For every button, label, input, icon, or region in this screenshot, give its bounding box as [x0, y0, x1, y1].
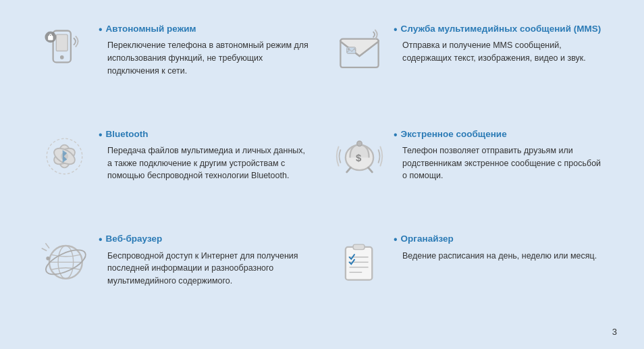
svg-point-6	[348, 48, 350, 50]
desc-bluetooth: Передача файлов мультимедиа и личных дан…	[99, 144, 308, 182]
icon-phone-auto	[34, 23, 95, 76]
bullet-browser: •	[99, 233, 103, 246]
feature-mms: • Служба мультимедийных сообщений (MMS) …	[322, 14, 617, 119]
title-emergency: Экстренное сообщение	[401, 128, 507, 140]
svg-point-2	[59, 55, 63, 59]
desc-auto-mode: Переключение телефона в автономный режим…	[99, 39, 308, 77]
svg-rect-1	[56, 34, 68, 51]
bullet-title-mms: • Служба мультимедийных сообщений (MMS)	[394, 23, 603, 36]
bullet-bluetooth: •	[99, 128, 103, 141]
title-browser: Веб-браузер	[106, 233, 163, 245]
svg-rect-24	[345, 247, 371, 280]
bullet-title-emergency: • Экстренное сообщение	[394, 128, 603, 141]
desc-mms: Отправка и получение MMS сообщений, соде…	[394, 39, 603, 65]
svg-rect-25	[353, 244, 365, 250]
text-area-auto-mode: • Автономный режим Переключение телефона…	[95, 23, 308, 77]
bullet-auto-mode: •	[99, 23, 103, 36]
text-area-mms: • Служба мультимедийных сообщений (MMS) …	[390, 23, 603, 65]
feature-auto-mode: • Автономный режим Переключение телефона…	[27, 14, 322, 119]
title-mms: Служба мультимедийных сообщений (MMS)	[401, 23, 601, 35]
text-area-organizer: • Органайзер Ведение расписания на день,…	[390, 233, 603, 262]
text-area-browser: • Веб-браузер Беспроводной доступ к Инте…	[95, 233, 308, 287]
svg-line-13	[346, 167, 350, 172]
svg-text:$: $	[355, 152, 361, 163]
icon-organizer	[329, 233, 390, 286]
svg-rect-4	[48, 36, 53, 41]
text-area-emergency: • Экстренное сообщение Телефон позволяет…	[390, 128, 603, 182]
content-grid: • Автономный режим Переключение телефона…	[27, 14, 617, 329]
bullet-title-organizer: • Органайзер	[394, 233, 603, 246]
svg-line-22	[45, 244, 49, 249]
title-organizer: Органайзер	[401, 233, 454, 245]
desc-browser: Беспроводной доступ к Интернет для получ…	[99, 250, 308, 288]
feature-emergency: $ • Экстренное сообщение Телефон позволя…	[322, 119, 617, 224]
svg-line-23	[41, 248, 47, 251]
svg-line-14	[368, 167, 372, 172]
svg-point-21	[46, 257, 50, 261]
icon-bluetooth	[34, 128, 95, 182]
icon-mms	[329, 23, 390, 76]
bullet-organizer: •	[394, 233, 398, 246]
bullet-mms: •	[394, 23, 398, 36]
icon-browser	[34, 233, 95, 286]
page-number: 3	[612, 327, 617, 337]
feature-organizer: • Органайзер Ведение расписания на день,…	[322, 223, 617, 329]
bullet-title-bluetooth: • Bluetooth	[99, 128, 308, 141]
text-area-bluetooth: • Bluetooth Передача файлов мультимедиа …	[95, 128, 308, 182]
desc-emergency: Телефон позволяет отправить друзьям или …	[394, 144, 603, 182]
title-bluetooth: Bluetooth	[106, 128, 149, 140]
svg-point-15	[356, 141, 362, 146]
bullet-emergency: •	[394, 128, 398, 141]
icon-emergency: $	[329, 128, 390, 182]
feature-bluetooth: • Bluetooth Передача файлов мультимедиа …	[27, 119, 322, 224]
bullet-title-browser: • Веб-браузер	[99, 233, 308, 246]
title-auto-mode: Автономный режим	[106, 23, 196, 35]
feature-browser: • Веб-браузер Беспроводной доступ к Инте…	[27, 223, 322, 329]
page: • Автономный режим Переключение телефона…	[0, 0, 644, 349]
desc-organizer: Ведение расписания на день, неделю или м…	[394, 250, 603, 263]
bullet-title-auto-mode: • Автономный режим	[99, 23, 308, 36]
